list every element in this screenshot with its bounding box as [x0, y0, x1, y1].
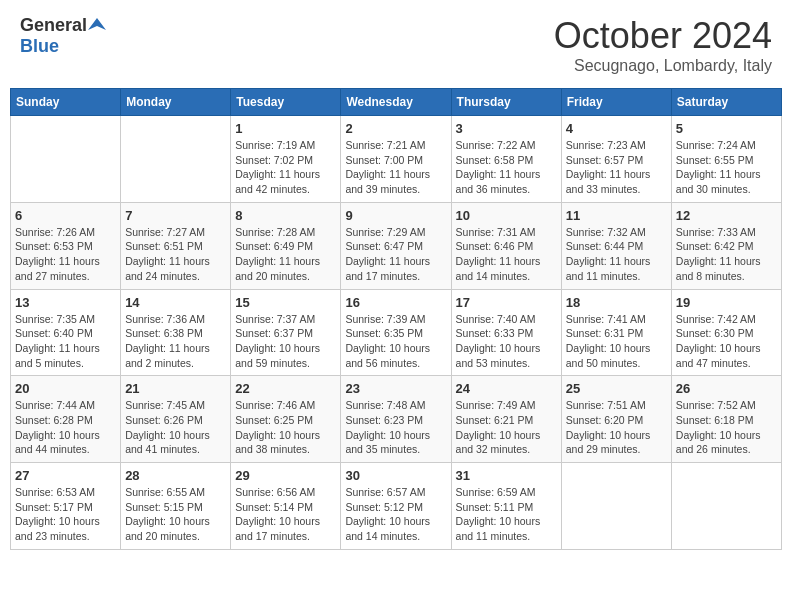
day-info: Sunrise: 7:52 AMSunset: 6:18 PMDaylight:… — [676, 398, 777, 457]
calendar-header-row: SundayMondayTuesdayWednesdayThursdayFrid… — [11, 89, 782, 116]
calendar-cell: 6Sunrise: 7:26 AMSunset: 6:53 PMDaylight… — [11, 202, 121, 289]
day-info: Sunrise: 7:33 AMSunset: 6:42 PMDaylight:… — [676, 225, 777, 284]
day-info: Sunrise: 7:49 AMSunset: 6:21 PMDaylight:… — [456, 398, 557, 457]
day-number: 18 — [566, 295, 667, 310]
day-info: Sunrise: 7:44 AMSunset: 6:28 PMDaylight:… — [15, 398, 116, 457]
calendar-cell: 14Sunrise: 7:36 AMSunset: 6:38 PMDayligh… — [121, 289, 231, 376]
day-info: Sunrise: 7:45 AMSunset: 6:26 PMDaylight:… — [125, 398, 226, 457]
day-of-week-header: Sunday — [11, 89, 121, 116]
day-info: Sunrise: 7:39 AMSunset: 6:35 PMDaylight:… — [345, 312, 446, 371]
day-of-week-header: Tuesday — [231, 89, 341, 116]
day-number: 1 — [235, 121, 336, 136]
day-info: Sunrise: 7:40 AMSunset: 6:33 PMDaylight:… — [456, 312, 557, 371]
day-number: 11 — [566, 208, 667, 223]
calendar-cell: 5Sunrise: 7:24 AMSunset: 6:55 PMDaylight… — [671, 116, 781, 203]
day-of-week-header: Friday — [561, 89, 671, 116]
calendar-cell: 28Sunrise: 6:55 AMSunset: 5:15 PMDayligh… — [121, 463, 231, 550]
day-info: Sunrise: 7:42 AMSunset: 6:30 PMDaylight:… — [676, 312, 777, 371]
day-number: 17 — [456, 295, 557, 310]
calendar-cell — [671, 463, 781, 550]
day-info: Sunrise: 7:19 AMSunset: 7:02 PMDaylight:… — [235, 138, 336, 197]
calendar-cell: 29Sunrise: 6:56 AMSunset: 5:14 PMDayligh… — [231, 463, 341, 550]
day-info: Sunrise: 7:41 AMSunset: 6:31 PMDaylight:… — [566, 312, 667, 371]
svg-marker-0 — [88, 18, 106, 30]
calendar-cell: 24Sunrise: 7:49 AMSunset: 6:21 PMDayligh… — [451, 376, 561, 463]
day-info: Sunrise: 7:24 AMSunset: 6:55 PMDaylight:… — [676, 138, 777, 197]
day-number: 29 — [235, 468, 336, 483]
day-info: Sunrise: 7:46 AMSunset: 6:25 PMDaylight:… — [235, 398, 336, 457]
day-number: 22 — [235, 381, 336, 396]
day-number: 28 — [125, 468, 226, 483]
day-info: Sunrise: 7:35 AMSunset: 6:40 PMDaylight:… — [15, 312, 116, 371]
day-of-week-header: Saturday — [671, 89, 781, 116]
day-number: 8 — [235, 208, 336, 223]
day-number: 9 — [345, 208, 446, 223]
calendar-cell: 17Sunrise: 7:40 AMSunset: 6:33 PMDayligh… — [451, 289, 561, 376]
calendar-cell: 10Sunrise: 7:31 AMSunset: 6:46 PMDayligh… — [451, 202, 561, 289]
day-number: 26 — [676, 381, 777, 396]
day-number: 6 — [15, 208, 116, 223]
calendar-cell: 21Sunrise: 7:45 AMSunset: 6:26 PMDayligh… — [121, 376, 231, 463]
calendar-cell: 22Sunrise: 7:46 AMSunset: 6:25 PMDayligh… — [231, 376, 341, 463]
calendar-cell — [11, 116, 121, 203]
logo-bird-icon — [88, 16, 106, 34]
calendar-cell: 7Sunrise: 7:27 AMSunset: 6:51 PMDaylight… — [121, 202, 231, 289]
day-info: Sunrise: 6:57 AMSunset: 5:12 PMDaylight:… — [345, 485, 446, 544]
day-number: 27 — [15, 468, 116, 483]
day-number: 24 — [456, 381, 557, 396]
day-number: 4 — [566, 121, 667, 136]
day-of-week-header: Wednesday — [341, 89, 451, 116]
calendar-cell: 12Sunrise: 7:33 AMSunset: 6:42 PMDayligh… — [671, 202, 781, 289]
calendar-cell — [121, 116, 231, 203]
calendar-cell: 15Sunrise: 7:37 AMSunset: 6:37 PMDayligh… — [231, 289, 341, 376]
page-header: General Blue October 2024 Secugnago, Lom… — [10, 10, 782, 80]
title-section: October 2024 Secugnago, Lombardy, Italy — [554, 15, 772, 75]
day-info: Sunrise: 7:28 AMSunset: 6:49 PMDaylight:… — [235, 225, 336, 284]
day-info: Sunrise: 7:51 AMSunset: 6:20 PMDaylight:… — [566, 398, 667, 457]
month-title: October 2024 — [554, 15, 772, 57]
logo-general-text: General — [20, 15, 87, 36]
day-number: 7 — [125, 208, 226, 223]
day-number: 21 — [125, 381, 226, 396]
day-info: Sunrise: 7:48 AMSunset: 6:23 PMDaylight:… — [345, 398, 446, 457]
day-info: Sunrise: 7:29 AMSunset: 6:47 PMDaylight:… — [345, 225, 446, 284]
calendar-cell: 19Sunrise: 7:42 AMSunset: 6:30 PMDayligh… — [671, 289, 781, 376]
day-number: 20 — [15, 381, 116, 396]
calendar-cell: 13Sunrise: 7:35 AMSunset: 6:40 PMDayligh… — [11, 289, 121, 376]
calendar-cell — [561, 463, 671, 550]
day-info: Sunrise: 7:36 AMSunset: 6:38 PMDaylight:… — [125, 312, 226, 371]
calendar-cell: 31Sunrise: 6:59 AMSunset: 5:11 PMDayligh… — [451, 463, 561, 550]
day-info: Sunrise: 7:22 AMSunset: 6:58 PMDaylight:… — [456, 138, 557, 197]
calendar-table: SundayMondayTuesdayWednesdayThursdayFrid… — [10, 88, 782, 550]
calendar-cell: 30Sunrise: 6:57 AMSunset: 5:12 PMDayligh… — [341, 463, 451, 550]
day-number: 19 — [676, 295, 777, 310]
location-text: Secugnago, Lombardy, Italy — [554, 57, 772, 75]
calendar-cell: 3Sunrise: 7:22 AMSunset: 6:58 PMDaylight… — [451, 116, 561, 203]
day-info: Sunrise: 7:23 AMSunset: 6:57 PMDaylight:… — [566, 138, 667, 197]
calendar-cell: 20Sunrise: 7:44 AMSunset: 6:28 PMDayligh… — [11, 376, 121, 463]
day-number: 25 — [566, 381, 667, 396]
logo-blue-text: Blue — [20, 36, 59, 57]
day-number: 23 — [345, 381, 446, 396]
calendar-cell: 8Sunrise: 7:28 AMSunset: 6:49 PMDaylight… — [231, 202, 341, 289]
day-number: 16 — [345, 295, 446, 310]
day-number: 10 — [456, 208, 557, 223]
calendar-week-row: 1Sunrise: 7:19 AMSunset: 7:02 PMDaylight… — [11, 116, 782, 203]
day-info: Sunrise: 6:53 AMSunset: 5:17 PMDaylight:… — [15, 485, 116, 544]
day-info: Sunrise: 7:21 AMSunset: 7:00 PMDaylight:… — [345, 138, 446, 197]
calendar-week-row: 27Sunrise: 6:53 AMSunset: 5:17 PMDayligh… — [11, 463, 782, 550]
day-info: Sunrise: 6:59 AMSunset: 5:11 PMDaylight:… — [456, 485, 557, 544]
calendar-cell: 27Sunrise: 6:53 AMSunset: 5:17 PMDayligh… — [11, 463, 121, 550]
calendar-week-row: 20Sunrise: 7:44 AMSunset: 6:28 PMDayligh… — [11, 376, 782, 463]
day-number: 30 — [345, 468, 446, 483]
day-info: Sunrise: 6:56 AMSunset: 5:14 PMDaylight:… — [235, 485, 336, 544]
day-number: 13 — [15, 295, 116, 310]
day-number: 14 — [125, 295, 226, 310]
day-number: 2 — [345, 121, 446, 136]
day-number: 3 — [456, 121, 557, 136]
day-info: Sunrise: 6:55 AMSunset: 5:15 PMDaylight:… — [125, 485, 226, 544]
calendar-week-row: 6Sunrise: 7:26 AMSunset: 6:53 PMDaylight… — [11, 202, 782, 289]
calendar-cell: 26Sunrise: 7:52 AMSunset: 6:18 PMDayligh… — [671, 376, 781, 463]
calendar-cell: 4Sunrise: 7:23 AMSunset: 6:57 PMDaylight… — [561, 116, 671, 203]
calendar-cell: 16Sunrise: 7:39 AMSunset: 6:35 PMDayligh… — [341, 289, 451, 376]
